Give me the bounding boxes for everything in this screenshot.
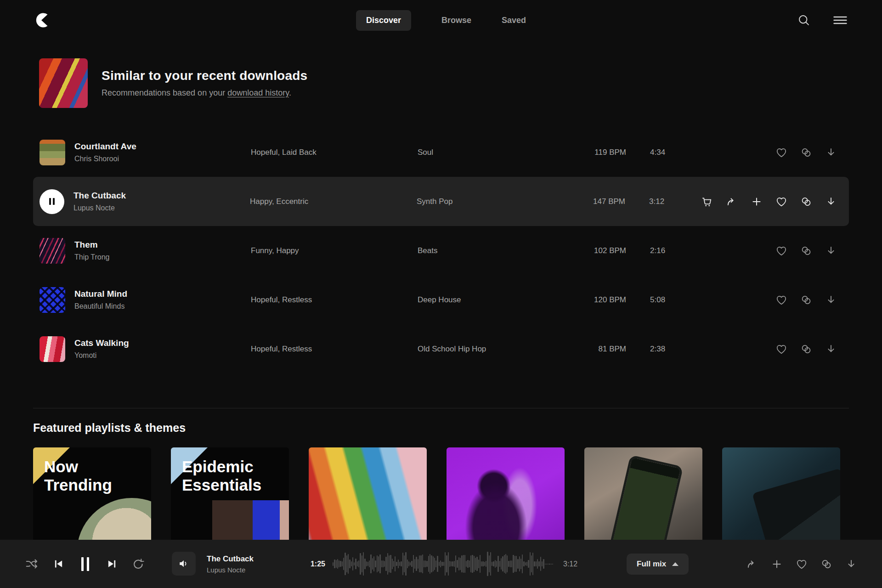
pause-icon[interactable] — [77, 556, 93, 572]
track-title: Them — [74, 240, 251, 250]
featured-section-title: Featured playlists & themes — [33, 421, 849, 435]
track-title: Courtlandt Ave — [74, 141, 251, 152]
heart-icon[interactable] — [775, 196, 787, 208]
volume-icon[interactable] — [172, 552, 196, 576]
heart-icon[interactable] — [775, 294, 787, 306]
total-duration: 3:12 — [563, 560, 577, 568]
section-subtitle: Recommendations based on your download h… — [102, 88, 307, 98]
track-moods[interactable]: Hopeful, Restless — [251, 345, 418, 354]
track-row[interactable]: Cats Walking Yomoti Hopeful, Restless Ol… — [33, 324, 849, 373]
track-row[interactable]: Natural Mind Beautiful Minds Hopeful, Re… — [33, 275, 849, 324]
track-genre[interactable]: Synth Pop — [417, 197, 554, 206]
heart-icon[interactable] — [775, 245, 787, 257]
now-playing-title: The Cutback — [207, 554, 254, 564]
download-icon[interactable] — [845, 558, 857, 570]
track-duration: 2:38 — [650, 345, 687, 354]
recommendations-header: Similar to your recent downloads Recomme… — [39, 58, 849, 108]
track-duration: 4:34 — [650, 148, 687, 157]
heart-icon[interactable] — [775, 147, 787, 158]
subtitle-period: . — [289, 88, 291, 97]
track-moods[interactable]: Hopeful, Laid Back — [251, 148, 418, 157]
tab-saved[interactable]: Saved — [502, 16, 526, 25]
section-title: Similar to your recent downloads — [102, 68, 307, 83]
heart-icon[interactable] — [796, 558, 808, 570]
download-icon[interactable] — [825, 245, 837, 257]
track-bpm: 119 BPM — [555, 148, 626, 157]
track-row[interactable]: Courtlandt Ave Chris Shorooi Hopeful, La… — [33, 128, 849, 177]
download-icon[interactable] — [825, 343, 837, 355]
tab-browse[interactable]: Browse — [441, 16, 471, 25]
track-bpm: 147 BPM — [554, 197, 625, 206]
track-genre[interactable]: Deep House — [418, 295, 555, 305]
album-art — [40, 287, 65, 313]
download-icon[interactable] — [825, 294, 837, 306]
track-duration: 5:08 — [650, 295, 687, 305]
now-playing-artist: Lupus Nocte — [207, 566, 254, 574]
repeat-icon[interactable] — [130, 556, 146, 572]
track-list: Courtlandt Ave Chris Shorooi Hopeful, La… — [0, 128, 882, 373]
now-playing-info[interactable]: The Cutback Lupus Nocte — [207, 554, 254, 574]
tile-label: Now Trending — [33, 447, 151, 504]
find-similar-icon[interactable] — [820, 558, 832, 570]
pause-icon[interactable] — [40, 189, 64, 214]
find-similar-icon[interactable] — [800, 245, 812, 257]
track-moods[interactable]: Happy, Eccentric — [250, 197, 417, 206]
album-art — [40, 336, 65, 362]
track-artist[interactable]: Lupus Nocte — [74, 204, 250, 212]
section-divider — [33, 408, 849, 408]
track-row-playing[interactable]: The Cutback Lupus Nocte Happy, Eccentric… — [33, 177, 849, 226]
track-artist[interactable]: Chris Shorooi — [74, 155, 251, 163]
shuffle-icon[interactable] — [24, 556, 40, 572]
epidemic-sound-logo-icon[interactable] — [33, 11, 50, 29]
track-artist[interactable]: Beautiful Minds — [74, 302, 251, 311]
recommendations-cover-art — [39, 58, 88, 108]
track-bpm: 81 BPM — [555, 345, 626, 354]
header-actions — [797, 13, 847, 27]
track-duration: 3:12 — [649, 197, 686, 206]
download-icon[interactable] — [825, 147, 837, 158]
track-genre[interactable]: Soul — [418, 148, 555, 157]
track-actions — [775, 147, 849, 158]
find-similar-icon[interactable] — [800, 147, 812, 158]
track-actions — [775, 343, 849, 355]
tab-discover[interactable]: Discover — [356, 10, 411, 31]
find-similar-icon[interactable] — [800, 196, 812, 208]
top-bar: Discover Browse Saved — [0, 0, 882, 40]
heart-icon[interactable] — [775, 343, 787, 355]
track-row[interactable]: Them Thip Trong Funny, Happy Beats 102 B… — [33, 226, 849, 275]
cart-icon[interactable] — [701, 196, 713, 208]
tile-label: Epidemic Essentials — [171, 447, 289, 504]
track-title: Natural Mind — [74, 289, 251, 299]
album-art — [40, 238, 65, 264]
track-actions — [775, 294, 849, 306]
track-genre[interactable]: Old School Hip Hop — [418, 345, 555, 354]
track-actions — [775, 245, 849, 257]
chevron-up-icon — [672, 562, 678, 566]
add-icon[interactable] — [771, 558, 783, 570]
transport-controls — [24, 540, 146, 588]
track-moods[interactable]: Hopeful, Restless — [251, 295, 418, 305]
share-icon[interactable] — [746, 558, 758, 570]
add-icon[interactable] — [751, 196, 763, 208]
download-icon[interactable] — [825, 196, 837, 208]
track-artist[interactable]: Yomoti — [74, 351, 251, 360]
player-bar: The Cutback Lupus Nocte 1:25 3:12 Full m… — [0, 540, 882, 588]
version-select-button[interactable]: Full mix — [627, 554, 689, 575]
version-label: Full mix — [637, 560, 666, 569]
track-title: The Cutback — [74, 191, 250, 201]
next-icon[interactable] — [104, 556, 119, 572]
waveform-seekbar[interactable] — [333, 540, 555, 588]
share-icon[interactable] — [726, 196, 738, 208]
menu-icon[interactable] — [833, 13, 847, 27]
track-genre[interactable]: Beats — [418, 246, 555, 255]
track-artist[interactable]: Thip Trong — [74, 253, 251, 261]
track-title: Cats Walking — [74, 338, 251, 348]
search-icon[interactable] — [797, 14, 810, 27]
track-actions — [701, 196, 849, 208]
previous-icon[interactable] — [51, 556, 66, 572]
find-similar-icon[interactable] — [800, 343, 812, 355]
track-moods[interactable]: Funny, Happy — [251, 246, 418, 255]
elapsed-time: 1:25 — [299, 560, 325, 568]
find-similar-icon[interactable] — [800, 294, 812, 306]
download-history-link[interactable]: download history — [227, 88, 289, 97]
